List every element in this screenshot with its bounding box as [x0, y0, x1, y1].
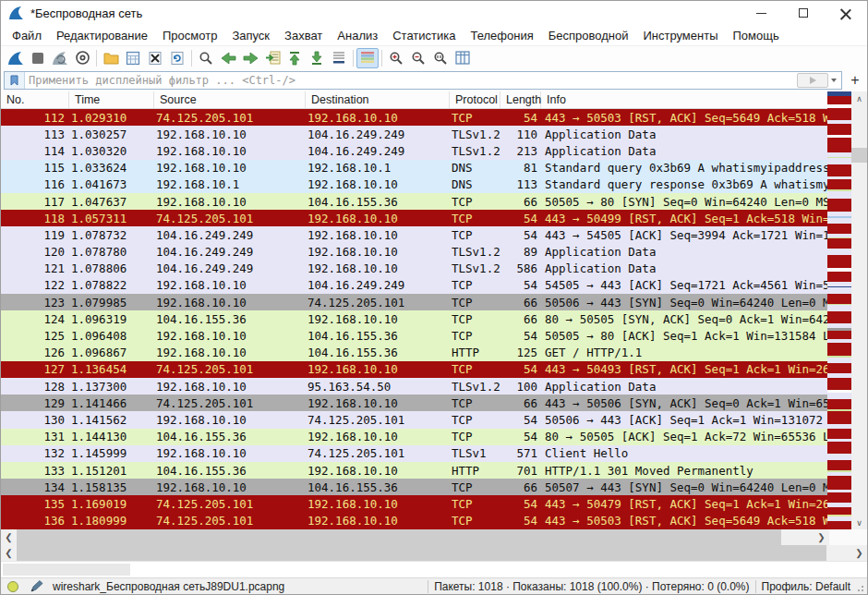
scroll-right-arrow-icon[interactable]: ❯: [851, 545, 867, 561]
start-capture-icon[interactable]: [5, 48, 27, 68]
packet-row[interactable]: 1351.16901974.125.205.101192.168.10.10TC…: [1, 495, 829, 512]
packet-row[interactable]: 1331.151201104.16.155.36192.168.10.10HTT…: [1, 462, 829, 479]
expert-info-button[interactable]: [5, 581, 21, 592]
packet-row[interactable]: 1201.078780104.16.249.249192.168.10.10TL…: [1, 244, 829, 261]
packet-row[interactable]: 1341.158135192.168.10.10104.16.155.36TCP…: [1, 479, 829, 495]
minimap-stripe: [827, 108, 851, 120]
open-file-icon[interactable]: [100, 48, 122, 68]
scroll-left-arrow-icon[interactable]: ❮: [1, 529, 17, 545]
intelligent-scrollbar-minimap[interactable]: [827, 91, 851, 529]
resize-columns-icon[interactable]: [452, 48, 474, 68]
hscroll-thumb[interactable]: [17, 545, 826, 561]
display-filter-input[interactable]: [25, 72, 797, 89]
packet-row[interactable]: 1131.030257192.168.10.10104.16.249.249TL…: [1, 126, 829, 142]
cell-source: 74.125.205.101: [154, 396, 306, 410]
resize-grip[interactable]: [854, 582, 865, 593]
packet-row[interactable]: 1151.033624192.168.10.10192.168.10.1DNS8…: [1, 160, 829, 176]
minimize-button[interactable]: [740, 1, 782, 25]
packet-header: No.TimeSourceDestinationProtocolLengthIn…: [1, 91, 829, 109]
cell-length: 54: [500, 212, 541, 225]
menu-item-5[interactable]: Анализ: [330, 27, 385, 44]
column-header-length[interactable]: Length: [500, 91, 541, 108]
vertical-scroll-thumb[interactable]: [851, 148, 867, 163]
packet-row[interactable]: 1281.137300192.168.10.1095.163.54.50TLSv…: [1, 378, 829, 395]
column-header-source[interactable]: Source: [154, 91, 306, 108]
menu-item-8[interactable]: Беспроводной: [541, 27, 636, 44]
packet-list-pane: No.TimeSourceDestinationProtocolLengthIn…: [1, 91, 867, 529]
find-packet-icon[interactable]: [195, 48, 217, 68]
auto-scroll-icon[interactable]: [328, 48, 350, 68]
zoom-in-icon[interactable]: [385, 48, 407, 68]
save-file-icon[interactable]: [122, 48, 144, 68]
close-button[interactable]: [825, 1, 867, 25]
packet-row[interactable]: 1301.141562192.168.10.1074.125.205.101TC…: [1, 411, 829, 428]
colorize-packets-icon[interactable]: [356, 48, 379, 68]
packet-row[interactable]: 1211.078806104.16.249.249192.168.10.10TL…: [1, 261, 829, 277]
scroll-right-arrow-icon[interactable]: ❯: [814, 529, 829, 545]
column-header-time[interactable]: Time: [69, 91, 154, 108]
filter-bookmark-button[interactable]: [5, 72, 25, 89]
menu-item-2[interactable]: Просмотр: [155, 27, 224, 44]
packet-row[interactable]: 1291.14146674.125.205.101192.168.10.10TC…: [1, 395, 829, 411]
packet-row[interactable]: 1191.078732104.16.249.249192.168.10.10TC…: [1, 226, 829, 243]
restart-capture-icon[interactable]: [49, 48, 71, 68]
cell-destination: 192.168.10.10: [306, 312, 450, 326]
maximize-button[interactable]: [782, 1, 825, 25]
apply-filter-button[interactable]: [797, 73, 828, 88]
packet-row[interactable]: 1161.041673192.168.10.1192.168.10.10DNS1…: [1, 176, 829, 193]
menu-item-9[interactable]: Инструменты: [635, 27, 725, 44]
reload-file-icon[interactable]: [166, 48, 188, 68]
add-filter-button[interactable]: +: [846, 71, 864, 90]
menu-item-1[interactable]: Редактирование: [49, 27, 155, 44]
packet-row[interactable]: 1231.079985192.168.10.1074.125.205.101TC…: [1, 294, 829, 310]
capture-options-icon[interactable]: [71, 48, 93, 68]
go-to-packet-icon[interactable]: [261, 48, 283, 68]
packet-row[interactable]: 1221.078822192.168.10.10104.16.249.249TC…: [1, 277, 829, 294]
menu-item-7[interactable]: Телефония: [463, 27, 540, 44]
menu-item-6[interactable]: Статистика: [385, 27, 463, 44]
column-header-info[interactable]: Info: [541, 91, 829, 108]
packet-row[interactable]: 1251.096408192.168.10.10104.16.155.36TCP…: [1, 327, 829, 344]
packet-row[interactable]: 1261.096867192.168.10.10104.16.155.36HTT…: [1, 345, 829, 361]
packet-row[interactable]: 1361.18099974.125.205.101192.168.10.10TC…: [1, 513, 829, 529]
capture-comment-button[interactable]: [29, 580, 45, 592]
packet-row[interactable]: 1311.144130104.16.155.36192.168.10.10TCP…: [1, 429, 829, 445]
filter-dropdown-caret-icon[interactable]: [831, 79, 837, 82]
cell-time: 1.096319: [69, 312, 154, 326]
column-header-destination[interactable]: Destination: [306, 91, 450, 108]
scroll-left-arrow-icon[interactable]: ❮: [1, 545, 17, 561]
go-first-icon[interactable]: [283, 48, 306, 68]
zoom-original-icon[interactable]: [429, 48, 452, 68]
packet-row[interactable]: 1181.05731174.125.205.101192.168.10.10TC…: [1, 210, 829, 226]
menu-item-3[interactable]: Запуск: [224, 27, 277, 44]
vertical-scrollbar[interactable]: ∧ ∨: [851, 91, 867, 529]
menu-item-10[interactable]: Помощь: [726, 27, 787, 44]
menu-item-0[interactable]: Файл: [5, 27, 49, 44]
column-header-protocol[interactable]: Protocol: [450, 91, 500, 108]
packet-row[interactable]: 1171.047637192.168.10.10104.16.155.36TCP…: [1, 193, 829, 210]
cell-source: 192.168.10.10: [154, 346, 306, 359]
go-previous-icon[interactable]: [217, 48, 239, 68]
stop-capture-icon[interactable]: [27, 48, 49, 68]
vertical-scroll-track[interactable]: [851, 105, 867, 516]
column-header-no[interactable]: No.: [1, 91, 69, 108]
menu-item-4[interactable]: Захват: [277, 27, 330, 44]
packet-row[interactable]: 1141.030320192.168.10.10104.16.249.249TL…: [1, 142, 829, 159]
zoom-out-icon[interactable]: [407, 48, 429, 68]
scroll-up-arrow-icon[interactable]: ∧: [851, 91, 867, 105]
go-next-icon[interactable]: [239, 48, 261, 68]
go-last-icon[interactable]: [306, 48, 328, 68]
scroll-down-arrow-icon[interactable]: ∨: [851, 516, 867, 529]
hscroll-thumb[interactable]: [17, 529, 781, 545]
packet-row[interactable]: 1321.145999192.168.10.1074.125.205.101TL…: [1, 445, 829, 462]
secondary-hscrollbar[interactable]: ❮ ❯: [1, 545, 867, 561]
packet-list-hscrollbar[interactable]: ❮ ❯: [1, 529, 829, 545]
profile-label[interactable]: Профиль: Default: [762, 580, 851, 593]
packet-row[interactable]: 1121.02931074.125.205.101192.168.10.10TC…: [1, 109, 829, 126]
packet-row[interactable]: 1241.096319104.16.155.36192.168.10.10TCP…: [1, 310, 829, 327]
packet-row[interactable]: 1271.13645474.125.205.101192.168.10.10TC…: [1, 361, 829, 378]
cell-time: 1.029310: [69, 111, 154, 125]
cell-info: 80 → 50505 [SYN, ACK] Seq=0 Ack=1 Win=64…: [541, 312, 829, 326]
cell-length: 54: [500, 413, 541, 427]
close-file-icon[interactable]: [144, 48, 166, 68]
